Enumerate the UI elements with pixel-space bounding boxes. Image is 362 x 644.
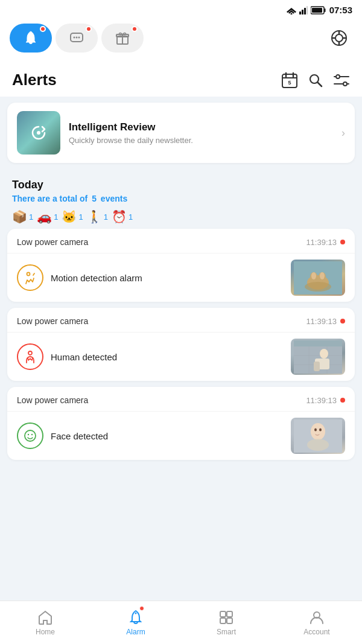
cat-count: 1 (78, 212, 83, 222)
page-header: Alerts 5 (0, 61, 362, 97)
svg-rect-3 (304, 8, 306, 14)
status-bar: 07:53 (0, 0, 362, 18)
svg-point-55 (28, 434, 29, 435)
event-icon-clock[interactable]: ⏰ 1 (112, 209, 133, 224)
calendar-icon: 5 (281, 72, 298, 89)
svg-rect-63 (220, 611, 226, 617)
svg-rect-66 (227, 618, 232, 623)
svg-rect-6 (324, 8, 325, 12)
event-count-suffix: events (101, 194, 127, 203)
svg-point-59 (307, 439, 329, 451)
tab-alerts[interactable] (10, 24, 52, 53)
svg-point-8 (30, 33, 32, 35)
calendar-button[interactable]: 5 (281, 72, 298, 89)
event-count-text: There are a total of 5 events (12, 194, 350, 203)
review-thumbnail (17, 111, 60, 155)
event-icon-car[interactable]: 🚗 1 (37, 209, 58, 224)
status-time: 07:53 (329, 5, 352, 15)
alert-1-camera: Low power camera (17, 237, 88, 247)
event-icon-cat[interactable]: 🐱 1 (62, 209, 83, 224)
alert-1-thumbnail (291, 260, 345, 296)
svg-rect-65 (220, 618, 226, 623)
alert-3-type: Face detected (51, 431, 108, 441)
svg-point-58 (311, 423, 325, 440)
person-count: 1 (104, 212, 108, 222)
alert-3-camera: Low power camera (17, 395, 88, 405)
nav-item-alarm[interactable]: Alarm (91, 601, 181, 644)
review-text: Intelligent Review Quickly browse the da… (69, 121, 333, 145)
svg-point-54 (25, 430, 36, 441)
alert-list: Low power camera 11:39:13 Motion de (7, 229, 355, 460)
svg-point-56 (31, 434, 33, 435)
svg-rect-4 (306, 6, 308, 14)
nav-item-home[interactable]: Home (0, 601, 91, 644)
alert-1-time: 11:39:13 (306, 238, 337, 247)
alert-2-header: Low power camera 11:39:13 (7, 308, 355, 333)
alert-3-info: Face detected (17, 422, 284, 449)
page-title: Alerts (12, 71, 57, 89)
home-nav-icon (37, 610, 53, 625)
gift-icon (115, 30, 130, 46)
motion-icon (23, 270, 37, 285)
svg-point-42 (320, 272, 325, 279)
filter-button[interactable] (333, 72, 350, 88)
alert-1-type: Motion detection alarm (51, 273, 142, 283)
car-icon: 🚗 (37, 209, 52, 224)
smart-nav-label: Smart (217, 628, 236, 636)
svg-point-61 (319, 428, 322, 431)
replay-icon (28, 122, 49, 144)
face-thumbnail-svg (294, 419, 342, 453)
alert-card-3[interactable]: Low power camera 11:39:13 (7, 387, 355, 460)
alert-1-info: Motion detection alarm (17, 264, 284, 291)
alarm-clock-icon: ⏰ (112, 209, 127, 224)
alert-3-thumbnail (291, 418, 345, 454)
alert-1-header: Low power camera 11:39:13 (7, 229, 355, 253)
alert-2-time: 11:39:13 (306, 317, 337, 326)
review-title: Intelligent Review (69, 121, 333, 133)
box-count: 1 (29, 212, 33, 222)
alert-3-header: Low power camera 11:39:13 (7, 387, 355, 412)
tab-group (10, 24, 144, 53)
person-icon: 🚶 (87, 209, 102, 224)
review-subtitle: Quickly browse the daily newsletter. (69, 136, 333, 145)
human-icon-circle (17, 343, 43, 370)
bell-icon (23, 30, 39, 46)
svg-point-51 (320, 349, 328, 359)
nav-item-smart[interactable]: Smart (181, 601, 272, 644)
review-chevron-icon: › (341, 127, 345, 139)
svg-point-44 (28, 351, 32, 355)
review-card[interactable]: Intelligent Review Quickly browse the da… (7, 103, 355, 163)
event-icons-row: 📦 1 🚗 1 🐱 1 🚶 1 ⏰ 1 (12, 209, 350, 224)
alert-card-2[interactable]: Low power camera 11:39:13 Human det (7, 308, 355, 381)
alert-card-1[interactable]: Low power camera 11:39:13 Motion de (7, 229, 355, 302)
gear-button[interactable] (326, 25, 352, 51)
svg-point-10 (74, 37, 75, 39)
box-icon: 📦 (12, 209, 27, 224)
alert-1-time-row: 11:39:13 (306, 238, 345, 247)
svg-line-28 (318, 82, 322, 86)
search-button[interactable] (308, 72, 323, 88)
tab-gifts[interactable] (101, 24, 144, 53)
svg-point-43 (305, 282, 331, 292)
signal-icon (299, 6, 308, 14)
event-count-number: 5 (92, 194, 97, 203)
event-icon-person[interactable]: 🚶 1 (87, 209, 108, 224)
status-icons: 07:53 (287, 5, 352, 15)
alert-2-camera: Low power camera (17, 316, 88, 326)
event-icon-box[interactable]: 📦 1 (12, 209, 33, 224)
alarm-count: 1 (129, 212, 133, 222)
svg-point-35 (37, 131, 40, 135)
gifts-dot (132, 26, 138, 32)
wifi-icon (287, 6, 296, 14)
alert-2-content: Human detected (7, 333, 355, 381)
human-icon (23, 349, 37, 364)
messages-dot (86, 26, 92, 32)
search-icon (308, 72, 323, 88)
smart-nav-icon (218, 610, 234, 625)
tab-messages[interactable] (56, 24, 98, 53)
alerts-dot (40, 26, 46, 32)
chat-icon (69, 30, 84, 46)
account-nav-icon (309, 610, 325, 625)
nav-item-account[interactable]: Account (272, 601, 362, 644)
svg-rect-53 (314, 362, 320, 371)
